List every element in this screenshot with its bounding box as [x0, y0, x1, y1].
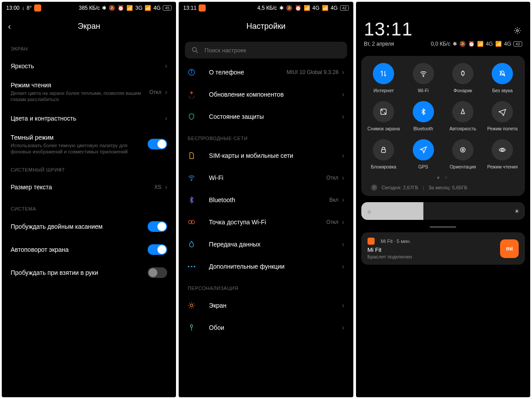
bluetooth-icon: ✱	[279, 5, 284, 11]
double-tap-toggle[interactable]	[148, 221, 167, 232]
wifi-label: Wi-Fi	[209, 174, 326, 181]
colors-row[interactable]: Цвета и контрастность ›	[2, 107, 176, 129]
wifi-row[interactable]: Wi-Fi Откл ›	[179, 167, 353, 189]
status-net1: 4G	[486, 41, 493, 47]
autorotate-toggle[interactable]	[148, 244, 167, 255]
dark-mode-toggle[interactable]	[148, 139, 167, 149]
more-label: Дополнительные функции	[209, 263, 342, 270]
about-row[interactable]: О телефоне MIUI 10 Global 9.3.28 ›	[179, 61, 353, 83]
qs-tile-screenshot[interactable]: Снимок экрана	[364, 101, 403, 131]
qs-tile-gps[interactable]: GPS	[403, 139, 443, 169]
lock-icon	[373, 139, 394, 160]
qs-tile-label: Интернет	[373, 88, 394, 93]
double-tap-label: Пробуждать двойным касанием	[11, 223, 148, 230]
about-label: О телефоне	[209, 69, 286, 76]
hotspot-label: Точка доступа Wi-Fi	[209, 219, 326, 226]
status-bar: 13:11 4,5 КБ/с ✱ 🔕 ⏰ 📶 4G 📶 4G 42	[179, 2, 353, 14]
sun-low-icon: ☼	[367, 208, 372, 215]
notif-large-icon: mi	[500, 239, 519, 258]
dark-mode-label: Темный режим	[11, 134, 148, 141]
screen-label: Экран	[209, 302, 342, 309]
svg-point-0	[192, 47, 196, 51]
raise-wake-toggle[interactable]	[148, 267, 167, 278]
data-month: За месяц: 5,65ГБ	[428, 185, 467, 190]
back-icon[interactable]: ‹	[8, 21, 11, 31]
hotspot-icon	[188, 218, 196, 226]
qs-tile-wifi[interactable]: Wi-Fi	[403, 63, 443, 93]
status-speed: 0,0 КБ/с	[431, 41, 450, 47]
svg-rect-11	[462, 72, 464, 75]
qs-tile-lock[interactable]: Блокировка	[364, 139, 403, 169]
qs-header: 13:11 Вт, 2 апреля 0,0 КБ/с ✱ 🔕 ⏰ 📶 4G 📶…	[356, 14, 530, 49]
svg-point-8	[190, 304, 193, 307]
section-wireless: БЕСПРОВОДНЫЕ СЕТИ	[179, 128, 353, 145]
qs-card: ИнтернетWi-FiФонарикБез звукаСнимок экра…	[361, 56, 525, 196]
search-input[interactable]: Поиск настроек	[185, 42, 347, 59]
data-today: Сегодня: 2,67ГБ	[382, 185, 419, 190]
update-row[interactable]: Обновление компонентов ›	[179, 83, 353, 106]
qs-tile-airplane[interactable]: Режим полета	[483, 101, 522, 131]
signal-icon: 📶	[322, 5, 329, 11]
bluetooth-row[interactable]: Bluetooth Вкл ›	[179, 189, 353, 211]
shield-icon	[188, 113, 196, 121]
data-row[interactable]: Передача данных ›	[179, 233, 353, 255]
section-personal: ПЕРСОНАЛИЗАЦИЯ	[179, 278, 353, 294]
section-system: СИСТЕМА	[2, 198, 176, 215]
security-row[interactable]: Состояние защиты ›	[179, 106, 353, 128]
brightness-row[interactable]: Яркость ›	[2, 55, 176, 77]
brightness-slider[interactable]: ☼ ☀	[361, 202, 525, 220]
qs-tile-dnd[interactable]: Без звука	[483, 63, 522, 93]
orientation-icon	[452, 139, 473, 160]
qs-tile-reading[interactable]: Режим чтения	[483, 139, 522, 169]
reading-mode-row[interactable]: Режим чтения Делает цвета на экране боле…	[2, 77, 176, 107]
qs-tile-orientation[interactable]: Ориентация	[443, 139, 482, 169]
screen-row[interactable]: Экран ›	[179, 294, 353, 317]
status-net2: 4G	[331, 5, 338, 11]
chevron-right-icon: ›	[342, 218, 344, 226]
raise-wake-row[interactable]: Пробуждать при взятии в руки	[2, 261, 176, 284]
qs-tile-flash[interactable]: Фонарик	[443, 63, 482, 93]
gear-icon[interactable]	[513, 27, 521, 35]
hotspot-value: Откл	[326, 219, 338, 225]
dark-mode-row[interactable]: Темный режим Использовать более темную ц…	[2, 129, 176, 160]
phone-quick-settings: 13:11 Вт, 2 апреля 0,0 КБ/с ✱ 🔕 ⏰ 📶 4G 📶…	[356, 2, 530, 397]
about-value: MIUI 10 Global 9.3.28	[287, 69, 339, 75]
chevron-right-icon: ›	[342, 301, 344, 309]
wifi-icon	[413, 63, 434, 84]
status-net1: 4G	[313, 5, 320, 11]
qs-data-usage[interactable]: ? Сегодня: 2,67ГБ | За месяц: 5,65ГБ	[364, 180, 522, 192]
text-size-row[interactable]: Размер текста XS ›	[2, 176, 176, 198]
autorotate-label: Автоповорот экрана	[11, 246, 148, 253]
battery-icon: 42	[340, 5, 349, 11]
qs-tile-label: Без звука	[492, 88, 512, 93]
qs-tile-autobright[interactable]: Автояркость	[443, 101, 482, 131]
chevron-right-icon: ›	[342, 68, 344, 76]
svg-point-9	[516, 30, 519, 32]
notif-title: Mi Fit	[368, 246, 500, 253]
chevron-right-icon: ›	[342, 262, 344, 270]
qs-grid: ИнтернетWi-FiФонарикБез звукаСнимок экра…	[364, 63, 522, 169]
status-temp: 8°	[27, 5, 31, 11]
chevron-right-icon: ›	[342, 90, 344, 98]
qs-tile-label: Автояркость	[450, 126, 477, 131]
mute-icon: 🔕	[459, 41, 466, 47]
hotspot-row[interactable]: Точка доступа Wi-Fi Откл ›	[179, 211, 353, 233]
qs-tile-internet[interactable]: Интернет	[364, 63, 403, 93]
bluetooth-value: Вкл	[329, 197, 338, 203]
signal-icon: 📶	[495, 41, 502, 47]
sim-row[interactable]: SIM-карты и мобильные сети ›	[179, 145, 353, 167]
double-tap-row[interactable]: Пробуждать двойным касанием	[2, 215, 176, 238]
wallpaper-row[interactable]: Обои ›	[179, 317, 353, 339]
notification-card[interactable]: Mi Fit · 5 мин. Mi Fit Браслет подключен…	[361, 232, 525, 265]
panel-handle[interactable]	[430, 226, 456, 228]
page-title: Экран	[78, 22, 100, 31]
more-row[interactable]: ••• Дополнительные функции ›	[179, 255, 353, 278]
qs-tile-bt[interactable]: Bluetooth	[403, 101, 443, 131]
qs-clock: 13:11	[364, 19, 522, 40]
chevron-right-icon: ›	[342, 240, 344, 248]
notif-app-icon	[368, 238, 375, 245]
qs-page-dots[interactable]: ● ○	[364, 175, 522, 180]
section-font: СИСТЕМНЫЙ ШРИФТ	[2, 159, 176, 176]
qs-tile-label: Режим полета	[487, 126, 518, 131]
autorotate-row[interactable]: Автоповорот экрана	[2, 238, 176, 261]
